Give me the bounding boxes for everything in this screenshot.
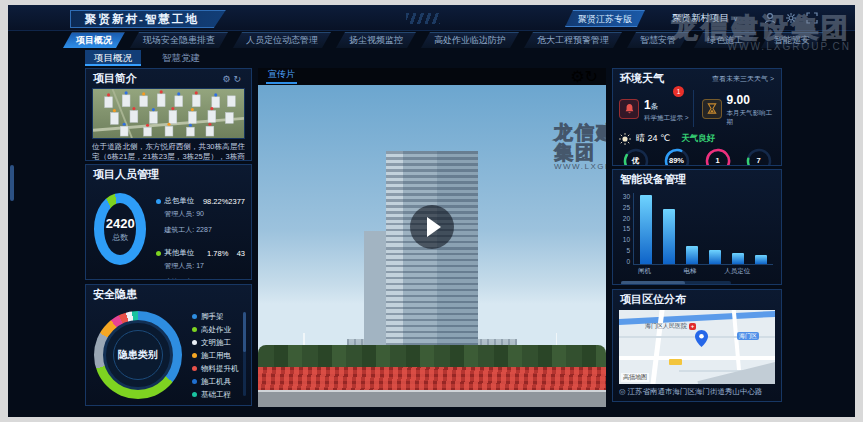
gauge-wind: 1 风速(m/s) — [699, 148, 737, 166]
y-tick: 10 — [619, 236, 630, 243]
chevron-down-icon: ∨ — [733, 15, 738, 23]
gear-icon[interactable]: ⚙ — [222, 74, 233, 84]
header-bar: 聚贤新村-智慧工地 聚贤江苏专版 聚贤新村项目 ∨ — [8, 5, 855, 31]
legend-item: 施工用电 — [192, 349, 241, 362]
tab-personnel-location[interactable]: 人员定位动态管理 — [233, 32, 331, 48]
tab-site-hazard-check[interactable]: 现场安全隐患排查 — [130, 32, 228, 48]
construction-tip-stat: 1 1条 科学施工提示 > — [619, 90, 693, 127]
road-badge-yellow — [669, 359, 682, 365]
tab-green-construction[interactable]: 绿色施工 — [694, 32, 756, 48]
panel-title: 项目人员管理 — [93, 167, 159, 182]
group-percent: 98.22% — [198, 197, 228, 206]
refresh-icon[interactable]: ↻ — [585, 68, 598, 85]
tab-project-overview[interactable]: 项目概况 — [63, 32, 125, 48]
tab-smart-patrol[interactable]: 智能巡安 — [761, 32, 823, 48]
personnel-legend: 总包单位 98.22% 2377 管理人员: 90 建筑工人: 2287 其他单… — [146, 188, 245, 280]
gauge-value: 89% — [658, 156, 696, 165]
screenshot-frame: 聚贤新村-智慧工地 聚贤江苏专版 聚贤新村项目 ∨ 龙信建设集团 WWW.LXG… — [0, 0, 863, 422]
plot-area — [633, 193, 773, 265]
tab-smart-safety[interactable]: 智慧安管 — [627, 32, 689, 48]
legend-item: 物料提升机 — [192, 362, 241, 375]
watermark-video: 龙信建设集团 WWW.LXGROUP.CN — [554, 123, 606, 171]
bar-positioning — [732, 253, 744, 265]
weather-panel: 环境天气 查看未来三天天气 > 1 1条 科学施工提示 > 9.00 — [612, 68, 782, 166]
alarm-bell-icon — [619, 99, 639, 119]
header-decoration — [406, 13, 440, 24]
personnel-donut-chart: 2420 总数 — [94, 193, 146, 265]
construction-tip-link[interactable]: 科学施工提示 > — [644, 114, 689, 123]
legend-item: 施工机具 — [192, 375, 241, 388]
alert-count-badge: 1 — [673, 86, 684, 97]
bar-6 — [755, 255, 767, 264]
sub-tab-bar: 项目概况 智慧党建 — [85, 50, 209, 66]
x-label: 电梯 — [679, 267, 702, 276]
weather-forecast-link[interactable]: 查看未来三天天气 > — [712, 74, 774, 84]
hospital-marker: 海门区人民医院 + — [645, 322, 696, 331]
legend-scrollbar[interactable] — [243, 312, 246, 396]
y-tick: 0 — [619, 258, 630, 265]
legend-label: 基础工程 — [201, 390, 231, 400]
legend-label: 高处作业 — [201, 325, 231, 335]
video-player[interactable]: 龙信建设集团 WWW.LXGROUP.CN — [258, 85, 606, 407]
video-tab-promo[interactable]: 宣传片 — [266, 68, 297, 84]
chart-scrollbar[interactable] — [621, 281, 731, 285]
gear-icon[interactable]: ⚙ — [570, 68, 584, 85]
province-version-button[interactable]: 聚贤江苏专版 — [565, 10, 645, 27]
gear-icon[interactable] — [785, 12, 797, 24]
project-intro-panel: 项目简介 ⚙↻ 位于道路 — [85, 68, 252, 161]
play-button[interactable] — [410, 205, 454, 249]
panel-header-icons: ⚙↻ — [570, 67, 598, 86]
delay-value: 9.00 — [727, 93, 750, 107]
legend-item: 高处作业 — [192, 323, 241, 336]
legend-label: 施工用电 — [201, 351, 231, 361]
hospital-label: 海门区人民医院 — [645, 322, 687, 331]
subtab-project-overview[interactable]: 项目概况 — [85, 50, 141, 66]
hazard-center-label: 隐患类别 — [94, 311, 182, 399]
legend-dot — [192, 353, 197, 358]
group-percent: 1.78% — [198, 249, 228, 258]
district-badge: 海门区 — [737, 332, 759, 340]
group-workers: 建筑工人: 2287 — [164, 225, 211, 235]
fullscreen-icon[interactable] — [806, 12, 818, 24]
group-count: 2377 — [228, 197, 245, 206]
gauge-air: 优 空气状况 — [617, 148, 655, 166]
subtab-party-building[interactable]: 智慧党建 — [153, 50, 209, 66]
dashboard: 聚贤新村-智慧工地 聚贤江苏专版 聚贤新村项目 ∨ 龙信建设集团 WWW.LXG… — [8, 5, 855, 417]
gauge-humidity: 89% 湿度 — [658, 148, 696, 166]
app-title-text: 聚贤新村-智慧工地 — [85, 13, 199, 25]
hazard-legend: 脚手架 高处作业 文明施工 施工用电 物料提升机 施工机具 基础工程 — [182, 308, 247, 401]
refresh-icon[interactable]: ↻ — [233, 74, 244, 84]
group-managers: 管理人员: 90 — [164, 209, 204, 219]
greenery — [258, 345, 606, 369]
panel-title: 环境天气 — [620, 71, 664, 86]
legend-dot — [192, 379, 197, 384]
legend-dot — [192, 314, 197, 319]
weather-condition: 晴 24 ℃ — [636, 132, 670, 145]
project-aerial-image — [92, 88, 245, 139]
map-attribution: 高德地图 — [621, 373, 649, 382]
y-tick: 15 — [619, 225, 630, 232]
map-canvas[interactable]: 海门区人民医院 + 海门区 高德地图 — [619, 310, 775, 384]
weather-status: 天气良好 — [681, 133, 715, 145]
main-tab-bar: 项目概况 现场安全隐患排查 人员定位动态管理 扬尘视频监控 高处作业临边防护 危… — [63, 32, 823, 48]
project-description: 位于道路北侧，东方悦府西侧，共30栋高层住宅（6栋21层，21栋23层，3栋25… — [92, 142, 245, 161]
legend-group-other: 其他单位 1.78% 43 管理人员: 17 建筑工人: 26 — [156, 248, 245, 280]
gauge-pm25: 7 PM 2.5 — [740, 148, 778, 166]
header-icons — [764, 12, 818, 24]
tab-dust-video-monitor[interactable]: 扬尘视频监控 — [336, 32, 416, 48]
tab-dangerous-project-warning[interactable]: 危大工程预警管理 — [524, 32, 622, 48]
legend-dot — [192, 392, 197, 397]
watermark-company: 龙信建设集团 — [554, 123, 606, 163]
road — [258, 390, 606, 407]
group-managers: 管理人员: 17 — [164, 261, 204, 271]
project-selector[interactable]: 聚贤新村项目 ∨ — [672, 12, 738, 25]
smart-devices-panel: 智能设备管理 30 25 20 15 10 5 0 — [612, 169, 782, 285]
user-icon[interactable] — [764, 12, 776, 24]
panel-title: 项目简介 — [93, 71, 137, 86]
y-tick: 25 — [619, 204, 630, 211]
tab-height-work-protection[interactable]: 高处作业临边防护 — [421, 32, 519, 48]
location-map-panel: 项目区位分布 海门区人民医院 + 海门区 高德地图 ◎江苏省南通市海门区海门街道… — [612, 289, 782, 402]
left-drawer-handle[interactable] — [10, 165, 14, 201]
y-tick: 30 — [619, 193, 630, 200]
group-name: 其他单位 — [164, 248, 198, 258]
